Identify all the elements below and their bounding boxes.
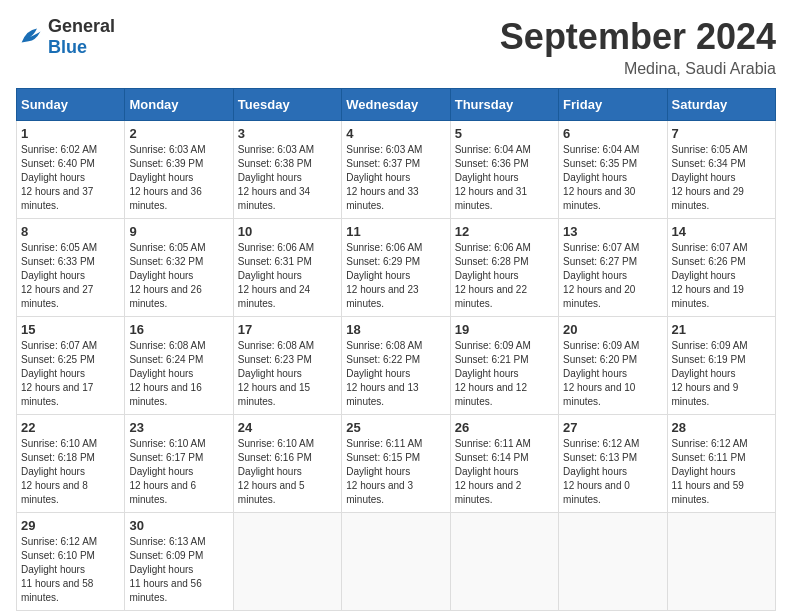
calendar-body: 1 Sunrise: 6:02 AM Sunset: 6:40 PM Dayli… — [17, 121, 776, 611]
calendar-cell: 5 Sunrise: 6:04 AM Sunset: 6:36 PM Dayli… — [450, 121, 558, 219]
calendar-table: Sunday Monday Tuesday Wednesday Thursday… — [16, 88, 776, 611]
page-header: General Blue September 2024 Medina, Saud… — [16, 16, 776, 78]
calendar-cell: 2 Sunrise: 6:03 AM Sunset: 6:39 PM Dayli… — [125, 121, 233, 219]
calendar-week-3: 15 Sunrise: 6:07 AM Sunset: 6:25 PM Dayl… — [17, 317, 776, 415]
day-number: 24 — [238, 420, 337, 435]
day-info: Sunrise: 6:09 AM Sunset: 6:21 PM Dayligh… — [455, 339, 554, 409]
day-number: 4 — [346, 126, 445, 141]
col-monday: Monday — [125, 89, 233, 121]
day-info: Sunrise: 6:11 AM Sunset: 6:15 PM Dayligh… — [346, 437, 445, 507]
calendar-cell: 9 Sunrise: 6:05 AM Sunset: 6:32 PM Dayli… — [125, 219, 233, 317]
day-number: 12 — [455, 224, 554, 239]
col-saturday: Saturday — [667, 89, 775, 121]
day-number: 10 — [238, 224, 337, 239]
day-number: 1 — [21, 126, 120, 141]
calendar-cell: 6 Sunrise: 6:04 AM Sunset: 6:35 PM Dayli… — [559, 121, 667, 219]
day-info: Sunrise: 6:06 AM Sunset: 6:28 PM Dayligh… — [455, 241, 554, 311]
day-number: 22 — [21, 420, 120, 435]
day-number: 29 — [21, 518, 120, 533]
day-info: Sunrise: 6:05 AM Sunset: 6:33 PM Dayligh… — [21, 241, 120, 311]
col-wednesday: Wednesday — [342, 89, 450, 121]
calendar-cell: 10 Sunrise: 6:06 AM Sunset: 6:31 PM Dayl… — [233, 219, 341, 317]
day-info: Sunrise: 6:11 AM Sunset: 6:14 PM Dayligh… — [455, 437, 554, 507]
calendar-cell: 21 Sunrise: 6:09 AM Sunset: 6:19 PM Dayl… — [667, 317, 775, 415]
col-sunday: Sunday — [17, 89, 125, 121]
day-info: Sunrise: 6:10 AM Sunset: 6:17 PM Dayligh… — [129, 437, 228, 507]
calendar-week-2: 8 Sunrise: 6:05 AM Sunset: 6:33 PM Dayli… — [17, 219, 776, 317]
calendar-cell: 27 Sunrise: 6:12 AM Sunset: 6:13 PM Dayl… — [559, 415, 667, 513]
day-number: 16 — [129, 322, 228, 337]
day-number: 21 — [672, 322, 771, 337]
calendar-cell: 28 Sunrise: 6:12 AM Sunset: 6:11 PM Dayl… — [667, 415, 775, 513]
day-info: Sunrise: 6:02 AM Sunset: 6:40 PM Dayligh… — [21, 143, 120, 213]
day-info: Sunrise: 6:06 AM Sunset: 6:31 PM Dayligh… — [238, 241, 337, 311]
col-thursday: Thursday — [450, 89, 558, 121]
calendar-cell: 4 Sunrise: 6:03 AM Sunset: 6:37 PM Dayli… — [342, 121, 450, 219]
logo-bird-icon — [16, 23, 44, 51]
calendar-cell: 23 Sunrise: 6:10 AM Sunset: 6:17 PM Dayl… — [125, 415, 233, 513]
day-info: Sunrise: 6:09 AM Sunset: 6:19 PM Dayligh… — [672, 339, 771, 409]
day-info: Sunrise: 6:08 AM Sunset: 6:22 PM Dayligh… — [346, 339, 445, 409]
calendar-cell: 18 Sunrise: 6:08 AM Sunset: 6:22 PM Dayl… — [342, 317, 450, 415]
calendar-cell: 26 Sunrise: 6:11 AM Sunset: 6:14 PM Dayl… — [450, 415, 558, 513]
day-info: Sunrise: 6:05 AM Sunset: 6:34 PM Dayligh… — [672, 143, 771, 213]
calendar-cell: 20 Sunrise: 6:09 AM Sunset: 6:20 PM Dayl… — [559, 317, 667, 415]
calendar-cell: 7 Sunrise: 6:05 AM Sunset: 6:34 PM Dayli… — [667, 121, 775, 219]
day-info: Sunrise: 6:03 AM Sunset: 6:38 PM Dayligh… — [238, 143, 337, 213]
calendar-cell: 12 Sunrise: 6:06 AM Sunset: 6:28 PM Dayl… — [450, 219, 558, 317]
day-info: Sunrise: 6:08 AM Sunset: 6:23 PM Dayligh… — [238, 339, 337, 409]
day-info: Sunrise: 6:07 AM Sunset: 6:25 PM Dayligh… — [21, 339, 120, 409]
day-info: Sunrise: 6:04 AM Sunset: 6:35 PM Dayligh… — [563, 143, 662, 213]
col-friday: Friday — [559, 89, 667, 121]
day-info: Sunrise: 6:09 AM Sunset: 6:20 PM Dayligh… — [563, 339, 662, 409]
calendar-cell — [450, 513, 558, 611]
day-number: 14 — [672, 224, 771, 239]
day-number: 26 — [455, 420, 554, 435]
calendar-cell — [233, 513, 341, 611]
month-title: September 2024 — [500, 16, 776, 58]
day-number: 9 — [129, 224, 228, 239]
day-info: Sunrise: 6:13 AM Sunset: 6:09 PM Dayligh… — [129, 535, 228, 605]
calendar-week-1: 1 Sunrise: 6:02 AM Sunset: 6:40 PM Dayli… — [17, 121, 776, 219]
calendar-week-5: 29 Sunrise: 6:12 AM Sunset: 6:10 PM Dayl… — [17, 513, 776, 611]
day-info: Sunrise: 6:07 AM Sunset: 6:27 PM Dayligh… — [563, 241, 662, 311]
day-number: 3 — [238, 126, 337, 141]
logo: General Blue — [16, 16, 115, 58]
day-number: 17 — [238, 322, 337, 337]
calendar-header-row: Sunday Monday Tuesday Wednesday Thursday… — [17, 89, 776, 121]
day-number: 25 — [346, 420, 445, 435]
calendar-cell — [342, 513, 450, 611]
calendar-cell: 16 Sunrise: 6:08 AM Sunset: 6:24 PM Dayl… — [125, 317, 233, 415]
day-number: 6 — [563, 126, 662, 141]
day-info: Sunrise: 6:12 AM Sunset: 6:11 PM Dayligh… — [672, 437, 771, 507]
day-info: Sunrise: 6:03 AM Sunset: 6:39 PM Dayligh… — [129, 143, 228, 213]
calendar-cell: 24 Sunrise: 6:10 AM Sunset: 6:16 PM Dayl… — [233, 415, 341, 513]
calendar-cell: 19 Sunrise: 6:09 AM Sunset: 6:21 PM Dayl… — [450, 317, 558, 415]
calendar-week-4: 22 Sunrise: 6:10 AM Sunset: 6:18 PM Dayl… — [17, 415, 776, 513]
day-info: Sunrise: 6:04 AM Sunset: 6:36 PM Dayligh… — [455, 143, 554, 213]
title-block: September 2024 Medina, Saudi Arabia — [500, 16, 776, 78]
day-info: Sunrise: 6:10 AM Sunset: 6:18 PM Dayligh… — [21, 437, 120, 507]
logo-blue: Blue — [48, 37, 87, 57]
calendar-cell: 1 Sunrise: 6:02 AM Sunset: 6:40 PM Dayli… — [17, 121, 125, 219]
location: Medina, Saudi Arabia — [500, 60, 776, 78]
calendar-cell — [667, 513, 775, 611]
day-number: 2 — [129, 126, 228, 141]
day-number: 11 — [346, 224, 445, 239]
calendar-cell: 30 Sunrise: 6:13 AM Sunset: 6:09 PM Dayl… — [125, 513, 233, 611]
day-number: 23 — [129, 420, 228, 435]
day-number: 5 — [455, 126, 554, 141]
day-number: 8 — [21, 224, 120, 239]
day-number: 27 — [563, 420, 662, 435]
day-info: Sunrise: 6:07 AM Sunset: 6:26 PM Dayligh… — [672, 241, 771, 311]
day-number: 28 — [672, 420, 771, 435]
day-number: 19 — [455, 322, 554, 337]
calendar-cell: 11 Sunrise: 6:06 AM Sunset: 6:29 PM Dayl… — [342, 219, 450, 317]
calendar-cell — [559, 513, 667, 611]
day-info: Sunrise: 6:12 AM Sunset: 6:10 PM Dayligh… — [21, 535, 120, 605]
col-tuesday: Tuesday — [233, 89, 341, 121]
calendar-cell: 14 Sunrise: 6:07 AM Sunset: 6:26 PM Dayl… — [667, 219, 775, 317]
day-number: 30 — [129, 518, 228, 533]
day-number: 13 — [563, 224, 662, 239]
day-info: Sunrise: 6:12 AM Sunset: 6:13 PM Dayligh… — [563, 437, 662, 507]
